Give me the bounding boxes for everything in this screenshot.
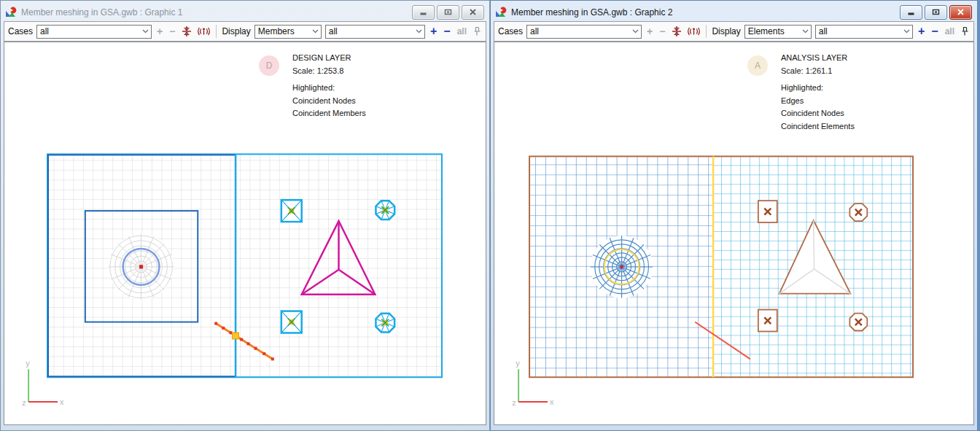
pin-button[interactable]: [960, 26, 970, 36]
window-title: Member meshing in GSA.gwb : Graphic 1: [21, 7, 408, 18]
layer-badge: D: [259, 55, 279, 76]
entity-filter-combobox[interactable]: all: [815, 25, 913, 39]
pin-icon: [472, 26, 481, 36]
case-increment-button[interactable]: +: [155, 24, 164, 39]
restore-button[interactable]: [925, 5, 947, 20]
cases-combobox[interactable]: all: [526, 25, 642, 39]
scale-readout: Scale: 1:253.8: [292, 65, 366, 78]
highlighted-label: Highlighted:: [292, 82, 366, 95]
chevron-down-icon: [802, 29, 809, 34]
chevron-down-icon: [903, 29, 910, 34]
close-button[interactable]: [462, 5, 484, 20]
close-button[interactable]: [949, 5, 972, 20]
shrink-elements-button[interactable]: [670, 26, 683, 37]
display-combobox[interactable]: Elements: [744, 25, 812, 39]
graphic-view-analysis[interactable]: y x z A ANALYSIS LAYER Scale: 1:261.1 Hi…: [494, 42, 974, 425]
design-canvas[interactable]: y x z: [4, 42, 486, 424]
window-title: Member meshing in GSA.gwb : Graphic 2: [511, 7, 896, 18]
restore-button[interactable]: [437, 5, 459, 20]
highlighted-item: Edges: [781, 95, 855, 108]
layer-badge: A: [747, 55, 768, 76]
gsa-app-icon: [495, 7, 508, 18]
centre-node[interactable]: [139, 265, 143, 268]
pin-icon: [960, 26, 969, 36]
shrink-icon: [671, 26, 682, 37]
display-all-button[interactable]: all: [944, 24, 956, 39]
titlebar[interactable]: Member meshing in GSA.gwb : Graphic 1: [4, 2, 486, 21]
gsa-app-icon: [5, 7, 18, 18]
shrink-icon: [181, 26, 192, 37]
svg-text:z: z: [512, 398, 516, 407]
layer-annotation: DESIGN LAYER Scale: 1:253.8 Highlighted:…: [292, 52, 366, 120]
layer-annotation: ANALYSIS LAYER Scale: 1:261.1 Highlighte…: [781, 52, 855, 133]
cases-label: Cases: [498, 26, 523, 36]
display-combobox[interactable]: Members: [254, 25, 322, 39]
svg-text:z: z: [22, 398, 26, 407]
svg-text:x: x: [60, 397, 64, 406]
window-graphic-2: Member meshing in GSA.gwb : Graphic 2 Ca…: [490, 0, 978, 431]
pin-button[interactable]: [472, 26, 482, 36]
design-mesh-field: [47, 154, 442, 377]
highlighted-item: Coincident Elements: [781, 120, 855, 133]
toolbar-separator: [216, 25, 217, 38]
display-label: Display: [712, 26, 740, 36]
scale-readout: Scale: 1:261.1: [781, 65, 855, 78]
entity-filter-combobox[interactable]: all: [325, 25, 425, 39]
case-increment-button[interactable]: +: [645, 24, 654, 39]
case-decrement-button[interactable]: −: [658, 24, 666, 39]
cases-label: Cases: [8, 26, 33, 36]
highlight-broadcast-button[interactable]: [197, 26, 211, 37]
display-remove-button[interactable]: −: [930, 24, 939, 39]
display-add-button[interactable]: +: [917, 24, 926, 39]
toolbar: Cases all + − Display Members: [4, 21, 486, 42]
display-all-button[interactable]: all: [456, 24, 468, 39]
support-octagon-marker[interactable]: [376, 314, 394, 333]
shrink-elements-button[interactable]: [180, 26, 193, 37]
svg-text:x: x: [550, 397, 554, 406]
chevron-down-icon: [416, 29, 422, 34]
display-add-button[interactable]: +: [429, 24, 438, 39]
highlighted-label: Highlighted:: [781, 82, 855, 95]
toolbar: Cases all + − Display Elements: [494, 21, 974, 42]
window-graphic-1: Member meshing in GSA.gwb : Graphic 1 Ca…: [0, 0, 490, 431]
highlighted-item: Coincident Nodes: [781, 107, 855, 120]
analysis-canvas[interactable]: y x z: [494, 42, 973, 424]
minimize-button[interactable]: [900, 5, 922, 20]
chevron-down-icon: [312, 29, 319, 34]
support-square-marker[interactable]: [281, 311, 302, 333]
svg-text:y: y: [26, 359, 30, 368]
support-square-marker[interactable]: [281, 200, 302, 222]
svg-text:y: y: [516, 359, 520, 368]
chevron-down-icon: [632, 29, 639, 34]
layer-name: ANALYSIS LAYER: [781, 52, 855, 65]
broadcast-icon: [688, 26, 700, 37]
square-hole-marker[interactable]: [758, 201, 777, 222]
layer-name: DESIGN LAYER: [292, 52, 366, 65]
square-hole-marker[interactable]: [758, 310, 777, 332]
cases-combobox[interactable]: all: [36, 25, 152, 39]
broadcast-icon: [198, 26, 210, 37]
intersection-node[interactable]: [233, 333, 239, 339]
chevron-down-icon: [142, 29, 149, 34]
highlighted-item: Coincident Nodes: [292, 95, 366, 108]
display-label: Display: [222, 26, 250, 36]
graphic-view-design[interactable]: y x z D DESIGN LAYER Scale: 1:253.8 High…: [4, 42, 486, 425]
titlebar[interactable]: Member meshing in GSA.gwb : Graphic 2: [494, 2, 974, 21]
toolbar-separator: [706, 25, 707, 38]
support-octagon-marker[interactable]: [376, 201, 394, 220]
case-decrement-button[interactable]: −: [168, 24, 176, 39]
highlight-broadcast-button[interactable]: [687, 26, 701, 37]
display-remove-button[interactable]: −: [442, 24, 451, 39]
octagon-hole-marker[interactable]: [849, 314, 867, 331]
minimize-button[interactable]: [412, 5, 435, 20]
octagon-hole-marker[interactable]: [849, 203, 867, 221]
highlighted-item: Coincident Members: [292, 107, 366, 120]
centre-node[interactable]: [621, 265, 623, 268]
